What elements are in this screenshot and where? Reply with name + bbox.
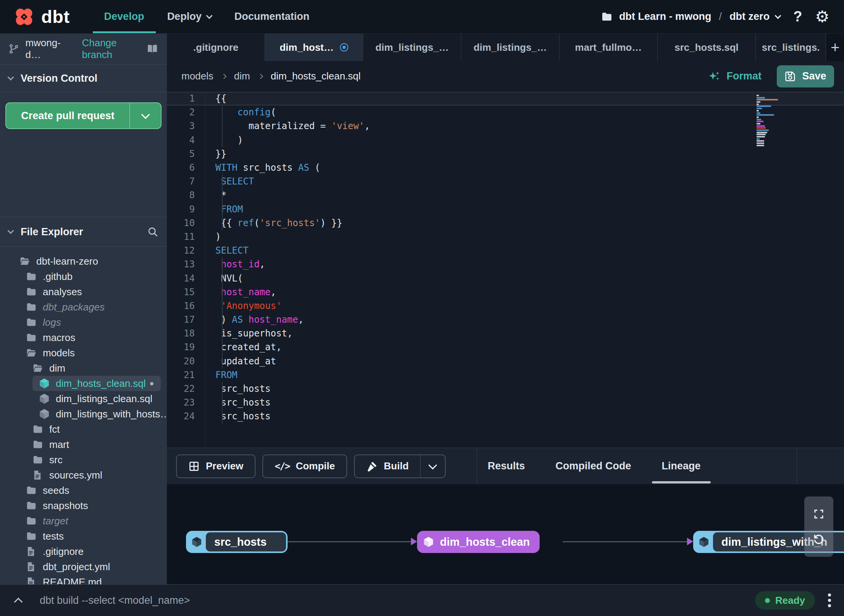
file-tree-item-label: snapshots [43,500,88,512]
code-text: FROM [205,370,238,380]
file-tree-item--gitignore[interactable]: .gitignore [0,544,167,559]
panel-tab-results[interactable]: Results [472,448,540,484]
code-line[interactable]: 21FROM [167,368,844,382]
breadcrumb-item[interactable]: models [181,70,213,82]
version-control-header[interactable]: Version Control [0,65,167,92]
file-tree-item-src[interactable]: src [0,452,167,467]
pull-request-dropdown[interactable] [129,103,161,128]
lineage-canvas[interactable]: src_hostsdim_hosts_cleandim_listings_wit… [167,484,844,584]
file-tree-item-logs[interactable]: logs [0,315,167,330]
editor-tab-src-hosts-sql[interactable]: src_hosts.sql [658,34,756,61]
file-tree-item-fct[interactable]: fct [0,422,167,437]
docs-book-icon[interactable] [146,43,158,55]
code-editor[interactable]: 1{{2 config(3 materialized = 'view',4 )5… [167,92,844,448]
overflow-menu-icon[interactable] [828,593,831,607]
command-hint[interactable]: dbt build --select <model_name> [40,595,190,606]
build-button[interactable]: Build [354,454,446,478]
search-icon[interactable] [147,226,158,238]
file-tree-item-snapshots[interactable]: snapshots [0,498,167,513]
file-tree-item-macros[interactable]: macros [0,330,167,345]
top-nav: dbt DevelopDeployDocumentation dbt Learn… [0,0,844,34]
file-tree-item-dim[interactable]: dim [0,361,167,376]
code-line[interactable]: 13 host_id, [167,257,844,271]
code-line[interactable]: 19 created_at, [167,340,844,354]
code-line[interactable]: 12SELECT [167,244,844,257]
panel-tab-lineage[interactable]: Lineage [647,448,716,484]
code-line[interactable]: 10 {{ ref('src_hosts') }} [167,216,844,230]
code-line[interactable]: 24 src_hosts [167,409,844,423]
breadcrumb-item[interactable]: dim [234,70,250,82]
nav-item-deploy[interactable]: Deploy [156,0,223,33]
create-pull-request-button[interactable]: Create pull request [5,102,162,129]
file-tree-item-readme-md[interactable]: README.md [0,574,167,584]
nav-item-documentation[interactable]: Documentation [223,0,321,33]
code-line[interactable]: 17 ) AS host_name, [167,313,844,327]
code-line[interactable]: 7 SELECT [167,175,844,188]
file-tree-item-seeds[interactable]: seeds [0,483,167,498]
code-line[interactable]: 18 is_superhost, [167,327,844,340]
build-dropdown[interactable] [420,455,445,477]
file-tree-item-mart[interactable]: mart [0,437,167,452]
line-number: 10 [167,218,205,228]
preview-button[interactable]: Preview [176,454,255,478]
code-line[interactable]: 15 host_name, [167,285,844,299]
lineage-node-src-hosts[interactable]: src_hosts [186,531,288,553]
code-line[interactable]: 14 NVL( [167,271,844,285]
editor-tab-dim-listings-[interactable]: dim_listings_… [461,34,559,61]
code-line[interactable]: 16 'Anonymous' [167,299,844,313]
breadcrumb-item[interactable]: dim_hosts_clean.sql [271,70,361,82]
help-icon[interactable]: ? [793,8,802,25]
code-line[interactable]: 22 src_hosts [167,382,844,396]
nav-item-develop[interactable]: Develop [93,0,156,33]
format-button[interactable]: Format [708,70,762,83]
new-tab-button[interactable]: + [826,34,844,61]
editor-tab--gitignore[interactable]: .gitignore [167,34,265,61]
code-line[interactable]: 3 materialized = 'view', [167,119,844,133]
file-tree-item-target[interactable]: target [0,513,167,529]
file-tree-item-analyses[interactable]: analyses [0,284,167,299]
minimap-line [757,142,764,144]
code-line[interactable]: 8 * [167,188,844,202]
code-line[interactable]: 23 src_hosts [167,396,844,409]
file-tree-item-dbt-learn-zero[interactable]: dbt-learn-zero [0,254,167,269]
file-tree-item-dim-listings-with-hosts-[interactable]: dim_listings_with_hosts… [0,406,167,422]
code-line[interactable]: 20 updated_at [167,354,844,368]
editor-tab-dim-host-[interactable]: dim_host… [265,34,363,61]
minimap-line [757,108,762,109]
fullscreen-icon[interactable] [813,508,825,520]
line-number: 11 [167,231,205,242]
editor-tab-src-listings-[interactable]: src_listings. [756,34,826,61]
refresh-icon[interactable] [813,533,825,545]
tab-label: dim_listings_… [474,42,547,53]
code-line[interactable]: 11) [167,230,844,244]
save-button[interactable]: Save [777,65,834,87]
brand[interactable]: dbt [13,0,70,33]
model-cube-icon [39,408,50,420]
file-tree-item--github[interactable]: .github [0,269,167,284]
panel-tab-compiled-code[interactable]: Compiled Code [540,448,647,484]
editor-tab-dim-listings-[interactable]: dim_listings_… [363,34,461,61]
editor-tab-mart-fullmo-[interactable]: mart_fullmo… [559,34,658,61]
minimap[interactable] [757,95,779,147]
code-line[interactable]: 9 FROM [167,202,844,216]
gear-icon[interactable]: ⚙ [815,9,829,25]
compile-button[interactable]: </>Compile [262,454,347,478]
file-tree-item-dbt-packages[interactable]: dbt_packages [0,299,167,315]
indent-guide [222,175,223,230]
panel-toggle-chevron-up-icon[interactable] [13,595,24,606]
change-branch-link[interactable]: Change branch [82,37,146,61]
code-line[interactable]: 5}} [167,147,844,161]
file-tree-item-models[interactable]: models [0,345,167,361]
code-line[interactable]: 2 config( [167,105,844,119]
lineage-node-dim-hosts-clean[interactable]: dim_hosts_clean [417,531,540,553]
file-tree-item-tests[interactable]: tests [0,529,167,544]
code-line[interactable]: 6WITH src_hosts AS ( [167,161,844,175]
file-tree-item-dbt-project-yml[interactable]: dbt_project.yml [0,559,167,574]
code-line[interactable]: 4 ) [167,133,844,147]
file-tree-item-sources-yml[interactable]: sources.yml [0,467,167,483]
project-picker[interactable]: dbt Learn - mwong / dbt zero [601,11,780,23]
file-tree-item-dim-hosts-clean-sql[interactable]: dim_hosts_clean.sql• [32,376,161,391]
code-line[interactable]: 1{{ [167,92,844,105]
file-tree-item-dim-listings-clean-sql[interactable]: dim_listings_clean.sql [0,391,167,406]
file-explorer-header[interactable]: File Explorer [0,217,167,247]
